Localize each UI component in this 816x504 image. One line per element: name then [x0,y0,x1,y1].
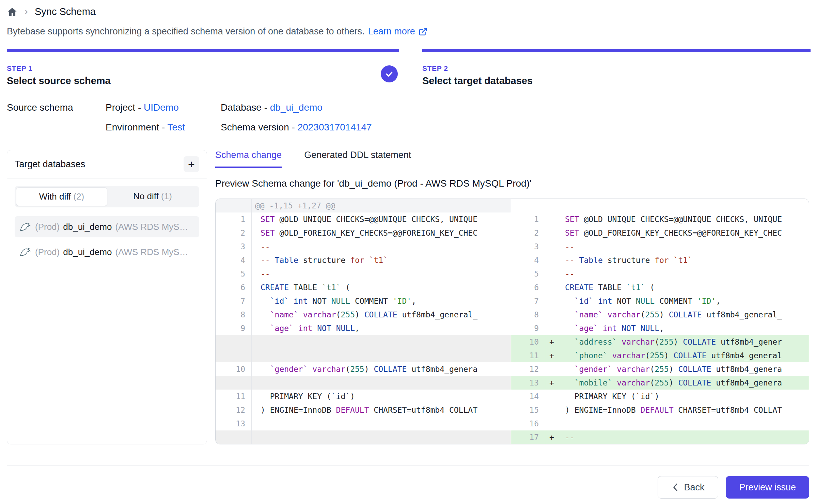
code-line: `age` int NOT NULL, [252,321,511,335]
diff-code-line: 7 `id` int NOT NULL COMMENT 'ID', [511,294,809,308]
diff-code-line: 8 `name` varchar(255) COLLATE utf8mb4_ge… [216,308,511,321]
home-icon[interactable] [7,6,18,17]
line-number: 9 [511,321,545,335]
line-number: 17 [511,430,545,444]
diff-marker [545,390,561,403]
database-list-item[interactable]: (Prod)db_ui_demo(AWS RDS MySQL Prod) [15,241,199,263]
page-description: Bytebase supports synchronizing a specif… [7,26,809,37]
diff-marker [545,199,561,212]
line-number [216,376,252,390]
line-number: 10 [511,335,545,349]
diff-marker: + [545,376,561,390]
diff-added-line: 17+-- [511,430,809,444]
tab-generated-ddl[interactable]: Generated DDL statement [304,150,411,168]
field-name: Environment - [106,122,168,132]
diff-code-line: 11 PRIMARY KEY (`id`) [216,390,511,403]
mysql-icon [19,222,32,232]
diff-marker: + [545,335,561,349]
diff-code-line: 5-- [511,267,809,281]
code-line: CREATE TABLE `t1` ( [561,281,809,294]
field-name: Schema version - [221,122,298,132]
line-number [216,430,252,444]
source-schema-field: Schema version - 20230317014147 [221,122,372,133]
hunk-header-text: @@ -1,15 +1,27 @@ [252,199,511,212]
line-number: 5 [216,267,252,281]
line-number: 6 [216,281,252,294]
code-line: -- [252,267,511,281]
line-number: 12 [511,362,545,376]
diff-marker [545,253,561,267]
line-number: 3 [511,240,545,253]
field-value-link[interactable]: db_ui_demo [270,102,323,113]
code-line: `gender` varchar(255) COLLATE utf8mb4_ge… [561,362,809,376]
diff-code-line: 10 `gender` varchar(255) COLLATE utf8mb4… [216,362,511,376]
line-number: 16 [511,417,545,430]
diff-marker [545,212,561,226]
diff-filler-row [216,376,511,390]
tab-no-diff-count: (1) [161,191,172,201]
diff-code-line: 3-- [511,240,809,253]
field-name: Database - [221,102,270,113]
code-line: `address` varchar(255) COLLATE utf8mb4_g… [561,335,809,349]
code-line: ) ENGINE=InnoDB DEFAULT CHARSET=utf8mb4 … [252,403,511,417]
filler-space [252,376,511,390]
line-number: 1 [216,212,252,226]
breadcrumb: › Sync Schema [7,6,809,17]
line-number: 13 [511,376,545,390]
line-number: 11 [216,390,252,403]
line-number: 12 [216,403,252,417]
preview-issue-button[interactable]: Preview issue [726,476,809,499]
diff-hunk-header: @@ -1,15 +1,27 @@ [216,199,511,212]
line-number: 7 [216,294,252,308]
source-schema-field: Database - db_ui_demo [221,102,372,113]
diff-code-line: 6CREATE TABLE `t1` ( [216,281,511,294]
diff-marker [545,240,561,253]
diff-code-line: 6CREATE TABLE `t1` ( [511,281,809,294]
code-line: -- [561,240,809,253]
code-line: `mobile` varchar(255) COLLATE utf8mb4_ge… [561,376,809,390]
diff-code-line: 3-- [216,240,511,253]
tab-with-diff[interactable]: With diff (2) [16,187,107,206]
line-number: 4 [511,253,545,267]
source-schema-field: Environment - Test [106,122,221,133]
diff-code-line: 9 `age` int NOT NULL, [216,321,511,335]
db-name: db_ui_demo [63,247,112,257]
diff-code-line: 2SET @OLD_FOREIGN_KEY_CHECKS=@@FOREIGN_K… [511,226,809,240]
field-value-link[interactable]: UIDemo [144,102,179,113]
diff-blank-row [511,199,809,212]
learn-more-label: Learn more [368,26,415,37]
code-line [561,199,809,212]
back-button-label: Back [684,482,704,493]
step-1-title: Select source schema [7,75,399,86]
database-list-item[interactable]: (Prod)db_ui_demo(AWS RDS MySQL Prod) [15,216,199,237]
db-environment: (Prod) [35,247,60,257]
line-number: 3 [216,240,252,253]
back-button[interactable]: Back [658,476,718,499]
add-target-database-button[interactable]: + [184,156,199,172]
tab-no-diff-label: No diff [133,191,161,201]
step-2-title: Select target databases [422,75,811,86]
tab-no-diff[interactable]: No diff (1) [107,187,198,206]
field-value-link[interactable]: Test [168,122,185,132]
diff-code-line: 15) ENGINE=InnoDB DEFAULT CHARSET=utf8mb… [511,403,809,417]
diff-code-line: 5-- [216,267,511,281]
field-value-link[interactable]: 20230317014147 [298,122,372,132]
preview-column: Schema change Generated DDL statement Pr… [215,150,809,444]
learn-more-link[interactable]: Learn more [368,26,427,37]
description-text: Bytebase supports synchronizing a specif… [7,26,365,37]
db-instance: (AWS RDS MySQL Prod) [115,247,194,257]
source-schema-field: Project - UIDemo [106,102,221,113]
source-schema-label: Source schema [7,102,106,133]
code-line: SET @OLD_UNIQUE_CHECKS=@@UNIQUE_CHECKS, … [561,212,809,226]
db-name: db_ui_demo [63,222,112,232]
page-title: Sync Schema [35,6,96,17]
line-number: 2 [216,226,252,240]
step-1-completed-check-icon [381,65,398,82]
tab-schema-change[interactable]: Schema change [215,150,282,168]
code-line: `id` int NOT NULL COMMENT 'ID', [561,294,809,308]
code-line: `name` varchar(255) COLLATE utf8mb4_gene… [252,308,511,321]
code-line: `age` int NOT NULL, [561,321,809,335]
diff-added-line: 11+ `phone` varchar(255) COLLATE utf8mb4… [511,349,809,362]
schema-diff-view: @@ -1,15 +1,27 @@1SET @OLD_UNIQUE_CHECKS… [215,199,809,444]
tab-with-diff-label: With diff [39,191,74,202]
